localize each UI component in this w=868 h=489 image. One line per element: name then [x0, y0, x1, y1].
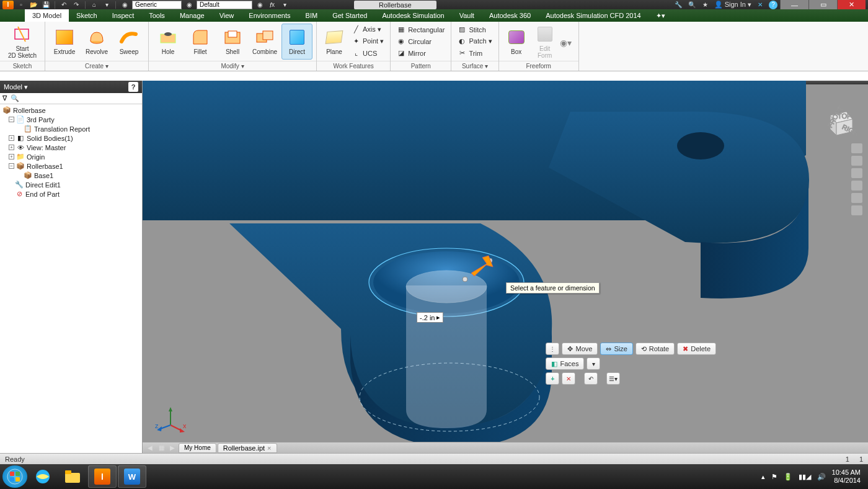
stitch-button[interactable]: ▨Stitch [455, 24, 494, 35]
size-button[interactable]: ⇔Size [600, 343, 632, 355]
tray-flag-icon[interactable]: ⚑ [771, 473, 777, 481]
tray-up-icon[interactable]: ▴ [761, 473, 765, 481]
app-icon[interactable]: I [2, 1, 14, 9]
redo-icon[interactable]: ↷ [71, 1, 81, 9]
taskbar-ie[interactable] [29, 465, 57, 488]
rotate-button[interactable]: ⟲Rotate [636, 343, 675, 355]
appearance-combo[interactable]: Default [197, 1, 252, 9]
material-icon[interactable]: ◉ [120, 1, 130, 9]
filter-icon[interactable]: ∇ [2, 94, 7, 102]
tree-origin[interactable]: +📁Origin [2, 152, 140, 161]
search-icon[interactable]: 🔧 [673, 1, 683, 9]
rectangular-pattern-button[interactable]: ▦Rectangular [394, 24, 447, 35]
collapse-icon[interactable]: − [9, 117, 14, 122]
tab-autodesk-simulation[interactable]: Autodesk Simulation [374, 9, 451, 22]
tree-base1[interactable]: 📦Base1 [2, 171, 140, 180]
tray-clock[interactable]: 10:45 AM 8/4/2014 [832, 469, 861, 485]
signin-button[interactable]: 👤 Sign In ▾ [714, 1, 751, 9]
expand-icon[interactable]: + [9, 145, 14, 150]
graphics-canvas[interactable]: -.2 in▸ Select a feature or dimension ⋮ … [143, 81, 868, 453]
mirror-button[interactable]: ◪Mirror [394, 48, 447, 59]
extrude-button[interactable]: Extrude [49, 24, 80, 60]
tab-vault[interactable]: Vault [452, 9, 482, 22]
delete-button[interactable]: ✖Delete [677, 343, 716, 355]
view-cube[interactable]: TOP FRONT RIGHT [823, 104, 857, 138]
tray-power-icon[interactable]: 🔋 [784, 473, 792, 481]
undo-mini-button[interactable]: ↶ [584, 372, 598, 385]
star-icon[interactable]: ★ [701, 1, 711, 9]
maximize-button[interactable]: ▭ [808, 0, 837, 9]
doctab-grid-icon[interactable]: ▦ [156, 444, 166, 452]
home-icon[interactable]: ⌂ [89, 1, 99, 9]
find-icon[interactable]: 🔍 [11, 94, 19, 102]
help-icon[interactable]: ? [769, 1, 777, 9]
add-button[interactable]: + [546, 372, 559, 385]
faces-dropdown[interactable]: ▾ [587, 357, 600, 370]
tab-manage[interactable]: Manage [172, 9, 212, 22]
doctab-file[interactable]: Rollerbase.ipt× [218, 443, 277, 453]
box-button[interactable]: Box [503, 24, 530, 60]
start-button[interactable] [2, 465, 27, 488]
browser-header[interactable]: Model ▾ ? [0, 81, 142, 93]
exchange-icon[interactable]: ✕ [755, 1, 765, 9]
faces-button[interactable]: ◧Faces [546, 357, 584, 370]
tab-get-started[interactable]: Get Started [325, 9, 374, 22]
save-icon[interactable]: 💾 [41, 1, 51, 9]
tab-sketch[interactable]: Sketch [69, 9, 105, 22]
tray-volume-icon[interactable]: 🔊 [817, 473, 826, 481]
tab-tools[interactable]: Tools [141, 9, 172, 22]
material-combo[interactable]: Generic [132, 1, 182, 9]
shell-button[interactable]: Shell [217, 24, 248, 60]
tree-solidbodies[interactable]: +◧Solid Bodies(1) [2, 133, 140, 143]
tray-network-icon[interactable]: ▮▮◢ [799, 473, 811, 481]
taskbar-word[interactable]: W [118, 465, 146, 488]
trim-button[interactable]: ✂Trim [455, 48, 494, 59]
browser-help-icon[interactable]: ? [128, 82, 138, 92]
doctab-back-icon[interactable]: ◀ [145, 444, 155, 452]
expand-icon[interactable]: + [9, 154, 14, 159]
nav-zoom-button[interactable] [851, 168, 863, 179]
revolve-button[interactable]: Revolve [81, 24, 112, 60]
nav-pan-button[interactable] [851, 155, 863, 166]
doctab-home[interactable]: My Home [179, 443, 216, 453]
new-icon[interactable]: ▫ [16, 1, 26, 9]
doctab-close-icon[interactable]: × [267, 444, 271, 452]
ucs-button[interactable]: ⌞UCS [349, 48, 386, 59]
patch-button[interactable]: ◐Patch ▾ [455, 36, 494, 47]
tab-inspect[interactable]: Inspect [105, 9, 141, 22]
nav-more-button[interactable] [851, 205, 863, 216]
tree-endofpart[interactable]: ⊘End of Part [2, 189, 140, 199]
tab-bim[interactable]: BIM [298, 9, 326, 22]
fillet-button[interactable]: Fillet [185, 24, 216, 60]
remove-button[interactable]: ✕ [562, 372, 575, 385]
tab-view[interactable]: View [212, 9, 242, 22]
color-icon[interactable]: ◉ [255, 1, 265, 9]
tab-end-icon[interactable]: ✦▾ [649, 9, 673, 22]
nav-wheel-button[interactable] [851, 143, 863, 154]
tab-autodesk-360[interactable]: Autodesk 360 [482, 9, 538, 22]
nav-lookat-button[interactable] [851, 192, 863, 204]
point-button[interactable]: ✦Point ▾ [349, 36, 386, 47]
circular-pattern-button[interactable]: ◉Circular [394, 36, 447, 47]
move-button[interactable]: ✥Move [562, 343, 598, 355]
tree-transrep[interactable]: 📋Translation Report [2, 124, 140, 133]
expand-icon[interactable]: + [9, 135, 14, 141]
nav-orbit-button[interactable] [851, 180, 863, 191]
direct-button[interactable]: Direct [281, 24, 312, 60]
taskbar-inventor[interactable]: I [88, 465, 117, 488]
appearance-icon[interactable]: ◉ [184, 1, 194, 9]
tree-viewmaster[interactable]: +👁View: Master [2, 143, 140, 152]
close-button[interactable]: ✕ [837, 0, 866, 9]
sweep-button[interactable]: Sweep [113, 24, 144, 60]
start-2d-sketch-button[interactable]: Start 2D Sketch [4, 24, 41, 60]
tree-3rdparty[interactable]: −📄3rd Party [2, 115, 140, 124]
plane-button[interactable]: Plane [321, 24, 348, 60]
freeform-more-icon[interactable]: ◉▾ [560, 38, 572, 48]
minimize-button[interactable]: — [780, 0, 808, 9]
key-icon[interactable]: 🔍 [687, 1, 697, 9]
params-icon[interactable]: ▾ [280, 1, 290, 9]
hole-button[interactable]: Hole [153, 24, 184, 60]
tree-root[interactable]: 📦Rollerbase [2, 105, 140, 115]
tree-rollerbase1[interactable]: −📦Rollerbase1 [2, 161, 140, 171]
stepper-icon[interactable]: ▸ [436, 313, 440, 321]
